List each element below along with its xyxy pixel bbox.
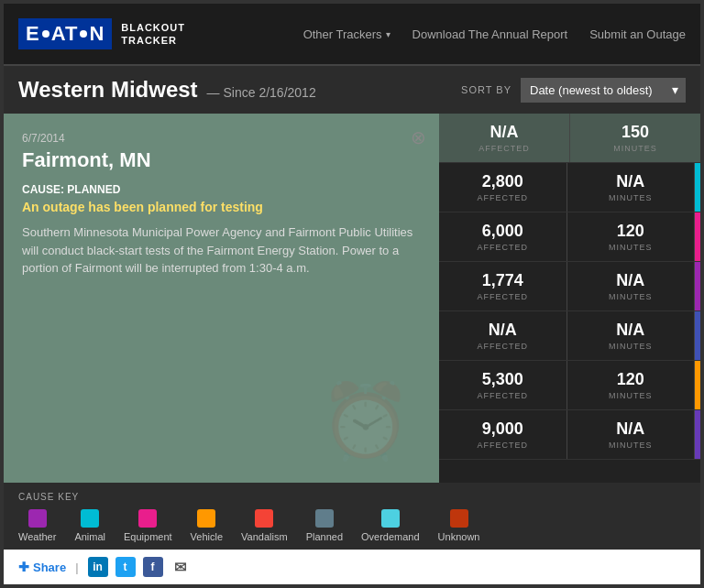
facebook-icon[interactable]: f [143, 557, 163, 577]
card-description: Southern Minnesota Municipal Power Agenc… [22, 223, 421, 278]
eaton-logo: EATN [18, 18, 112, 49]
cause-unknown-label: Unknown [438, 531, 480, 542]
outage-row-1[interactable]: 2,800 AFFECTED N/A MINUTES [439, 163, 700, 212]
cause-vandalism-dot [255, 509, 273, 528]
cause-overdemand[interactable]: Overdemand [361, 509, 420, 542]
outage-row-2[interactable]: 6,000 AFFECTED 120 MINUTES [439, 212, 700, 262]
row3-affected-value: 1,774 [450, 271, 556, 290]
outage-row-4[interactable]: N/A AFFECTED N/A MINUTES [439, 311, 700, 361]
row2-affected-label: AFFECTED [450, 243, 556, 252]
card-cause: CAUSE: PLANNED [22, 183, 421, 196]
row4-affected-label: AFFECTED [450, 342, 556, 351]
row4-minutes-cell: N/A MINUTES [567, 311, 696, 360]
outage-row-5[interactable]: 5,300 AFFECTED 120 MINUTES [439, 361, 700, 410]
right-panel[interactable]: N/A AFFECTED 150 MINUTES 2,800 AFFECTED … [439, 114, 700, 483]
share-button[interactable]: ✚ Share [18, 560, 66, 574]
row1-minutes-value: N/A [578, 172, 684, 191]
outage-row-3[interactable]: 1,774 AFFECTED N/A MINUTES [439, 262, 700, 311]
header: EATN BLACKOUT TRACKER Other Trackers ▾ D… [4, 4, 700, 66]
twitter-icon[interactable]: t [116, 557, 136, 577]
row1-color-bar [695, 163, 700, 212]
cause-unknown[interactable]: Unknown [438, 509, 480, 542]
row4-affected-value: N/A [450, 321, 556, 340]
cause-vehicle-label: Vehicle [191, 531, 223, 542]
blackout-tracker-text: BLACKOUT TRACKER [121, 21, 185, 48]
download-report-link[interactable]: Download The Annual Report [412, 27, 568, 41]
cause-vandalism[interactable]: Vandalism [241, 509, 288, 542]
row2-color-bar [695, 212, 700, 261]
cause-animal[interactable]: Animal [74, 509, 105, 542]
row3-affected-label: AFFECTED [450, 292, 556, 301]
row1-minutes-cell: N/A MINUTES [567, 163, 696, 212]
row2-minutes-value: 120 [578, 222, 684, 241]
row6-minutes-cell: N/A MINUTES [567, 410, 696, 459]
row2-affected-cell: 6,000 AFFECTED [439, 212, 567, 261]
cause-weather-dot [28, 509, 47, 528]
close-button[interactable]: ⊗ [411, 126, 426, 148]
cause-overdemand-dot [381, 509, 400, 528]
cause-animal-dot [81, 509, 99, 528]
row6-affected-label: AFFECTED [450, 441, 556, 450]
cause-planned-dot [315, 509, 334, 528]
footer-divider: | [75, 561, 78, 574]
row5-affected-cell: 5,300 AFFECTED [439, 361, 567, 409]
cause-weather-label: Weather [18, 531, 56, 542]
cause-planned-label: Planned [306, 531, 343, 542]
alarm-watermark-icon: ⏰ [320, 378, 412, 464]
row3-minutes-label: MINUTES [578, 292, 684, 301]
row1-minutes-label: MINUTES [578, 193, 684, 202]
cause-vehicle-dot [197, 509, 215, 528]
row6-affected-cell: 9,000 AFFECTED [439, 410, 567, 459]
row5-minutes-label: MINUTES [578, 391, 684, 400]
row5-affected-label: AFFECTED [450, 391, 556, 400]
cause-key: CAUSE KEY Weather Animal Equipment Vehic… [4, 483, 700, 550]
region-title: Western Midwest [18, 77, 198, 103]
row2-minutes-label: MINUTES [578, 243, 684, 252]
share-plus-icon: ✚ [18, 560, 29, 574]
row3-minutes-cell: N/A MINUTES [567, 262, 696, 310]
social-icons: in t f ✉ [88, 557, 191, 577]
row6-minutes-label: MINUTES [578, 441, 684, 450]
card-location: Fairmont, MN [22, 148, 421, 172]
cause-unknown-dot [450, 509, 468, 528]
title-left: Western Midwest — Since 2/16/2012 [18, 77, 316, 103]
card-summary: An outage has been planned for testing [22, 200, 421, 214]
outage-row-6[interactable]: 9,000 AFFECTED N/A MINUTES [439, 410, 700, 460]
cause-weather[interactable]: Weather [18, 509, 56, 542]
row5-minutes-cell: 120 MINUTES [567, 361, 696, 409]
email-icon[interactable]: ✉ [170, 557, 191, 577]
top-affected-cell: N/A AFFECTED [439, 114, 570, 162]
expanded-card: ⊗ 6/7/2014 Fairmont, MN CAUSE: PLANNED A… [4, 114, 439, 483]
row6-minutes-value: N/A [578, 419, 684, 439]
cause-equipment-dot [138, 509, 157, 528]
sort-label: SORT BY [461, 84, 512, 95]
top-minutes-label: MINUTES [581, 144, 689, 153]
cause-overdemand-label: Overdemand [361, 531, 420, 542]
row3-color-bar [695, 262, 700, 310]
row1-affected-value: 2,800 [450, 172, 556, 191]
submit-outage-link[interactable]: Submit an Outage [589, 27, 686, 41]
sort-dropdown[interactable]: Date (newest to oldest)Date (oldest to n… [521, 78, 686, 103]
footer: ✚ Share | in t f ✉ [4, 550, 700, 584]
top-affected-value: N/A [450, 123, 558, 142]
row4-minutes-label: MINUTES [578, 342, 684, 351]
cause-items: Weather Animal Equipment Vehicle Vandali… [18, 509, 686, 542]
top-affected-label: AFFECTED [450, 144, 558, 153]
outage-row-top[interactable]: N/A AFFECTED 150 MINUTES [439, 114, 700, 163]
top-minutes-cell: 150 MINUTES [570, 114, 700, 162]
row3-minutes-value: N/A [578, 271, 684, 290]
row6-affected-value: 9,000 [450, 419, 556, 439]
cause-vehicle[interactable]: Vehicle [191, 509, 223, 542]
dropdown-arrow-icon: ▾ [386, 29, 390, 39]
linkedin-icon[interactable]: in [88, 557, 108, 577]
card-date: 6/7/2014 [22, 132, 421, 145]
row6-color-bar [695, 410, 700, 459]
top-minutes-value: 150 [581, 123, 689, 142]
other-trackers-link[interactable]: Other Trackers ▾ [303, 27, 390, 41]
cause-equipment[interactable]: Equipment [124, 509, 172, 542]
cause-planned[interactable]: Planned [306, 509, 343, 542]
sort-dropdown-wrapper[interactable]: Date (newest to oldest)Date (oldest to n… [521, 78, 686, 103]
since-date: — Since 2/16/2012 [207, 85, 316, 100]
nav-links: Other Trackers ▾ Download The Annual Rep… [303, 27, 686, 41]
share-label: Share [33, 561, 66, 574]
